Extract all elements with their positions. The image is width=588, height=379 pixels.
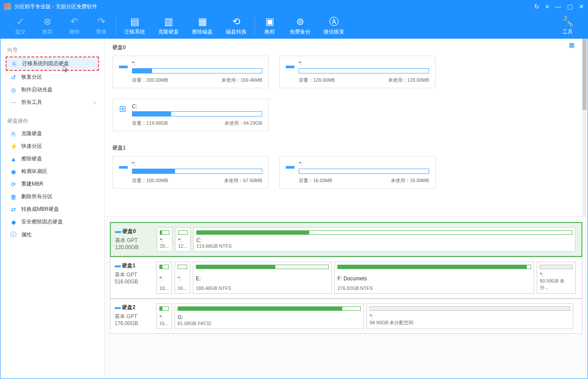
free-label: 未使用：16.00MB <box>391 177 429 184</box>
segment-info: 12... <box>178 243 188 249</box>
sidebar-diskops-item-4[interactable]: ⟳重建MBR <box>6 178 99 190</box>
usage-bar <box>132 68 262 73</box>
sidebar-diskops-item-3[interactable]: ◉检测坏扇区 <box>6 165 99 178</box>
partition-card[interactable]: ⊞C:容量：119.68GB未使用：84.29GB <box>112 99 269 131</box>
sidebar-wizard-title: 向导 <box>6 44 99 57</box>
drive-icon: ⊞ <box>119 103 132 114</box>
wipe-disk-button[interactable]: ▦擦除磁盘 <box>188 14 217 37</box>
segment-usage-bar <box>159 265 169 269</box>
sidebar-diskops-item-7[interactable]: ◆安全擦除固态硬盘 <box>6 216 99 228</box>
disk-row[interactable]: ▬ 硬盘0基本 GPT120.00GB*:20...*:12...C:119.6… <box>110 222 582 257</box>
disk-info: ▬ 硬盘0基本 GPT120.00GB <box>115 227 154 252</box>
partition-segment[interactable]: E:188.48GB NTFS <box>193 262 332 294</box>
disk-row[interactable]: ▬ 硬盘1基本 GPT516.00GB*:10...*:16...E:188.4… <box>110 257 582 299</box>
sidebar-item-icon: ⚡ <box>9 143 18 150</box>
redo-button[interactable]: ↷重做 <box>90 14 112 37</box>
capacity-label: 容量：119.68GB <box>132 120 168 126</box>
migrate-os-button[interactable]: ▤迁移系统 <box>120 14 149 37</box>
disk-name: 硬盘2 <box>122 304 135 310</box>
sidebar-item-icon: ◆ <box>9 219 18 226</box>
disk-name: 硬盘0 <box>122 228 136 234</box>
wechat-recover-button[interactable]: Ⓐ微信恢复 <box>319 14 349 37</box>
sidebar-item-label: 制作启动光盘 <box>21 86 53 93</box>
refresh-icon[interactable]: ↻ <box>534 3 539 10</box>
partition-segment[interactable]: G:81.08GB FAT32 <box>175 303 364 329</box>
close-button[interactable]: ✕ <box>579 3 584 10</box>
sidebar-wizard-item-0[interactable]: ⎘迁移系统到固态硬盘 <box>6 57 99 71</box>
segment-name: *: <box>370 313 570 319</box>
partition-segment[interactable]: *:15... <box>156 303 172 329</box>
segment-name: E: <box>196 276 329 282</box>
usage-bar <box>299 68 429 73</box>
sidebar-item-label: 重建MBR <box>21 180 43 188</box>
commit-button[interactable]: ✓提交 <box>9 14 32 37</box>
partition-card[interactable]: ▬*:容量：16.00MB未使用：16.00MB <box>279 156 436 189</box>
partition-segment[interactable]: *:12... <box>175 227 191 252</box>
partition-segment[interactable]: C:119.68GB NTFS <box>193 227 575 252</box>
check-icon: ✓ <box>17 16 24 27</box>
sidebar-diskops-item-5[interactable]: 🗑删除所有分区 <box>6 190 99 203</box>
sidebar-wizard-item-3[interactable]: ⋯所有工具› <box>6 96 99 109</box>
maximize-button[interactable]: ▢ <box>567 3 573 10</box>
sidebar-item-label: 快速分区 <box>21 143 42 150</box>
backup-button[interactable]: ⊚免费备份 <box>285 14 315 37</box>
sidebar-item-label: 所有工具 <box>21 99 42 106</box>
clone-disk-button[interactable]: ▥克隆硬盘 <box>154 14 183 37</box>
minimize-button[interactable]: — <box>555 3 561 10</box>
disk-size: 120.00GB <box>115 244 152 250</box>
sidebar-wizard-item-2[interactable]: ◎制作启动光盘 <box>6 83 99 96</box>
capacity-label: 容量：128.00MB <box>299 77 335 83</box>
sidebar-diskops-item-0[interactable]: ⎘克隆硬盘 <box>6 127 99 140</box>
segment-name: *: <box>178 276 187 282</box>
menu-icon[interactable]: ≡ <box>545 3 549 10</box>
partition-segment[interactable]: *:94.90GB 未分配空间 <box>367 303 573 329</box>
disk-icon: ▬ <box>115 303 121 310</box>
partition-name: *: <box>299 161 429 167</box>
disk-convert-button[interactable]: ⟲磁盘转换 <box>221 14 251 37</box>
segment-usage-bar <box>159 306 169 311</box>
sidebar-diskops-item-6[interactable]: ⇄转换成MBR硬盘 <box>6 203 99 216</box>
sidebar-item-label: 克隆硬盘 <box>21 130 42 137</box>
sidebar-diskops-item-8[interactable]: ⓘ属性 <box>6 228 99 241</box>
sidebar-diskops-item-2[interactable]: ▲擦除硬盘 <box>6 153 99 165</box>
partition-segment[interactable]: *:20... <box>157 227 172 252</box>
sidebar-item-icon: ◎ <box>9 86 18 93</box>
partition-name: *: <box>132 60 262 66</box>
sidebar-item-label: 擦除硬盘 <box>21 155 42 163</box>
partition-segment[interactable]: *:50.59GB 未分... <box>537 262 576 294</box>
partition-segment[interactable]: F: Documets276.82GB NTFS <box>334 262 534 294</box>
sidebar-wizard-item-1[interactable]: ↺恢复分区 <box>6 71 99 83</box>
undo-icon: ↶ <box>70 16 78 27</box>
segment-info: 10... <box>159 286 169 291</box>
tutorial-button[interactable]: ▣教程 <box>258 14 281 37</box>
usage-bar <box>132 111 262 116</box>
partition-card-view: ▦ 硬盘0▬*:容量：200.00MB未使用：169.46MB▬*:容量：128… <box>105 39 588 217</box>
segment-name: F: Documets <box>337 276 531 282</box>
ssd-arrow-icon: ▤ <box>130 16 139 27</box>
partition-card[interactable]: ▬*:容量：200.00MB未使用：169.46MB <box>112 56 269 88</box>
redo-icon: ↷ <box>97 16 105 27</box>
segment-name: *: <box>540 272 573 278</box>
discard-button[interactable]: ⊗放弃 <box>36 14 59 37</box>
sidebar-diskops-item-1[interactable]: ⚡快速分区 <box>6 140 99 153</box>
sidebar: 向导 ⎘迁移系统到固态硬盘↺恢复分区◎制作启动光盘⋯所有工具› 硬盘操作 ⎘克隆… <box>0 39 105 379</box>
clone-icon: ▥ <box>164 16 173 27</box>
disk-info: ▬ 硬盘1基本 GPT516.00GB <box>115 262 154 294</box>
partition-card[interactable]: ▬*:容量：128.00MB未使用：128.00MB <box>279 56 436 88</box>
segment-usage-bar <box>370 306 570 311</box>
partition-segment[interactable]: *:16... <box>175 262 190 294</box>
sidebar-item-label: 恢复分区 <box>21 73 42 81</box>
segment-info: 188.48GB NTFS <box>196 286 329 291</box>
sidebar-item-label: 转换成MBR硬盘 <box>21 206 59 213</box>
partition-segment[interactable]: *:10... <box>156 262 172 294</box>
undo-button[interactable]: ↶撤销 <box>63 14 86 37</box>
disk-row[interactable]: ▬ 硬盘2基本 GPT176.00GB*:15...G:81.08GB FAT3… <box>110 299 582 334</box>
tools-button[interactable]: 🔧工具 <box>556 14 579 37</box>
disk-name: 硬盘1 <box>122 263 135 269</box>
partition-card[interactable]: ▬*:容量：100.00MB未使用：67.60MB <box>112 156 269 189</box>
scrollbar[interactable] <box>582 39 587 216</box>
sidebar-item-icon: ↺ <box>9 74 18 81</box>
view-toggle-icon[interactable]: ▦ <box>569 41 575 48</box>
disk-label: 硬盘0 <box>112 44 580 51</box>
segment-usage-bar <box>178 265 187 269</box>
